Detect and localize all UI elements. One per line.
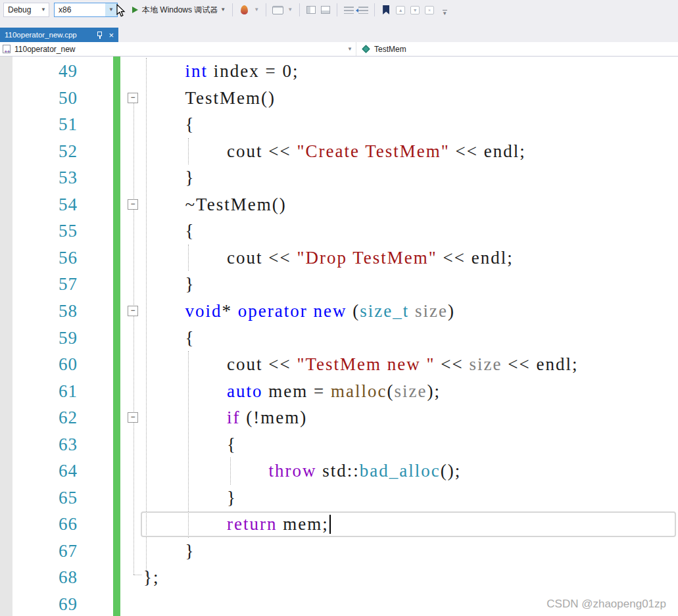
pin-icon[interactable] xyxy=(97,32,103,39)
code-line[interactable]: 50−TestMem() xyxy=(0,85,678,112)
line-number: 69 xyxy=(0,591,78,616)
code-line[interactable]: 56cout << "Drop TestMem" << endl; xyxy=(0,245,678,272)
line-number: 63 xyxy=(0,431,78,458)
window-layout-alt-icon[interactable] xyxy=(320,3,331,17)
code-line[interactable]: 68}; xyxy=(0,564,678,591)
code-text: TestMem() xyxy=(185,85,276,112)
code-text: } xyxy=(227,485,237,511)
code-line[interactable]: 65} xyxy=(0,485,678,511)
code-text: throw std::bad_alloc(); xyxy=(269,458,462,485)
chevron-down-icon: ▼ xyxy=(347,46,352,52)
tab-110operator-new-cpp[interactable]: 110operator_new.cpp × xyxy=(0,28,118,42)
line-number: 55 xyxy=(0,218,78,245)
fold-collapse-button[interactable]: − xyxy=(128,412,138,423)
next-bookmark-icon[interactable]: ▼ xyxy=(409,3,421,17)
toolbar-overflow-button[interactable]: ▼ xyxy=(442,10,447,16)
line-number: 50 xyxy=(0,85,78,112)
solution-configuration-combo[interactable]: Debug ▼ xyxy=(3,3,49,17)
line-number: 49 xyxy=(0,58,78,85)
solution-platform-combo[interactable]: x86 ▼ xyxy=(54,3,118,17)
bookmark-icon[interactable] xyxy=(380,3,392,17)
combo-dropdown-button[interactable]: ▼ xyxy=(105,3,117,16)
code-text: }; xyxy=(143,564,159,591)
code-text: { xyxy=(227,431,237,458)
line-number: 51 xyxy=(0,111,78,138)
indent-guides-alt-icon[interactable] xyxy=(357,3,369,17)
member-label: TestMem xyxy=(374,45,406,54)
code-text: int index = 0; xyxy=(185,58,299,85)
code-line[interactable]: 49int index = 0; xyxy=(0,58,678,85)
line-number: 56 xyxy=(0,245,78,272)
code-text: cout << "Create TestMem" << endl; xyxy=(227,138,526,165)
code-line[interactable]: 55{ xyxy=(0,218,678,245)
platform-value: x86 xyxy=(55,5,105,14)
toolbar-separator xyxy=(299,3,300,16)
start-debugging-button[interactable]: 本地 Windows 调试器 ▼ xyxy=(132,5,228,16)
code-text: { xyxy=(185,111,195,138)
code-text: { xyxy=(185,325,195,352)
code-line[interactable]: 53} xyxy=(0,164,678,191)
toolbar-separator xyxy=(232,3,233,16)
hot-reload-icon[interactable] xyxy=(238,3,250,17)
line-number: 65 xyxy=(0,485,78,511)
code-line[interactable]: 66return mem; xyxy=(0,511,678,538)
code-line[interactable]: 67} xyxy=(0,538,678,565)
line-number: 64 xyxy=(0,458,78,485)
code-line[interactable]: 60cout << "TestMem new " << size << endl… xyxy=(0,351,678,378)
line-number: 62 xyxy=(0,404,78,431)
clear-bookmarks-icon[interactable]: × xyxy=(424,3,435,17)
text-cursor xyxy=(329,515,331,534)
line-number: 67 xyxy=(0,538,78,565)
indent-guides-icon[interactable] xyxy=(343,3,354,17)
tab-title: 110operator_new.cpp xyxy=(5,31,91,39)
code-line[interactable]: 59{ xyxy=(0,325,678,352)
code-text: } xyxy=(185,271,195,298)
code-line[interactable]: 51{ xyxy=(0,111,678,138)
code-lines: 49int index = 0;50−TestMem()51{52cout <<… xyxy=(0,57,678,616)
mouse-cursor xyxy=(116,4,126,17)
code-text: { xyxy=(185,218,195,245)
code-text: } xyxy=(185,538,195,565)
debugger-label: 本地 Windows 调试器 xyxy=(142,5,218,16)
chevron-down-icon[interactable]: ▼ xyxy=(285,7,295,12)
play-icon xyxy=(132,7,138,13)
line-number: 58 xyxy=(0,298,78,325)
line-number: 54 xyxy=(0,191,78,218)
watermark: CSDN @zhaopeng01zp xyxy=(546,598,666,611)
chevron-down-icon: ▼ xyxy=(38,7,49,12)
configuration-value: Debug xyxy=(4,5,38,14)
code-text: auto mem = malloc(size); xyxy=(227,378,441,405)
cpp-file-icon xyxy=(3,45,11,53)
line-number: 68 xyxy=(0,564,78,591)
code-line[interactable]: 63{ xyxy=(0,431,678,458)
project-scope-dropdown[interactable]: 110operator_new ▼ xyxy=(0,42,356,56)
code-line[interactable]: 57} xyxy=(0,271,678,298)
code-line[interactable]: 52cout << "Create TestMem" << endl; xyxy=(0,138,678,165)
code-line[interactable]: 62−if (!mem) xyxy=(0,404,678,431)
code-line[interactable]: 61auto mem = malloc(size); xyxy=(0,378,678,405)
fold-collapse-button[interactable]: − xyxy=(128,93,138,103)
document-tab-strip: 110operator_new.cpp × xyxy=(0,20,678,42)
code-line[interactable]: 64throw std::bad_alloc(); xyxy=(0,458,678,485)
member-dropdown[interactable]: TestMem xyxy=(356,42,678,56)
live-preview-icon[interactable] xyxy=(272,3,283,17)
fold-collapse-button[interactable]: − xyxy=(128,306,138,316)
code-text: cout << "Drop TestMem" << endl; xyxy=(227,245,514,272)
toolbar-separator xyxy=(374,3,375,16)
line-number: 57 xyxy=(0,271,78,298)
toolbar-separator xyxy=(266,3,266,16)
code-line[interactable]: 54−~TestMem() xyxy=(0,191,678,218)
project-scope-label: 110operator_new xyxy=(14,45,76,54)
main-toolbar: Debug ▼ x86 ▼ 本地 Windows 调试器 ▼ ▼ ▼ ▲ ▼ ×… xyxy=(0,0,678,20)
chevron-down-icon[interactable]: ▼ xyxy=(251,7,262,12)
code-text: return mem; xyxy=(227,511,331,538)
previous-bookmark-icon[interactable]: ▲ xyxy=(395,3,406,17)
code-text: ~TestMem() xyxy=(185,191,287,218)
fold-collapse-button[interactable]: − xyxy=(128,199,138,210)
code-editor[interactable]: 49int index = 0;50−TestMem()51{52cout <<… xyxy=(0,57,678,616)
close-icon[interactable]: × xyxy=(109,31,114,39)
line-number: 66 xyxy=(0,511,78,538)
window-layout-icon[interactable] xyxy=(305,3,317,17)
code-line[interactable]: 58−void* operator new (size_t size) xyxy=(0,298,678,325)
line-number: 52 xyxy=(0,138,78,165)
